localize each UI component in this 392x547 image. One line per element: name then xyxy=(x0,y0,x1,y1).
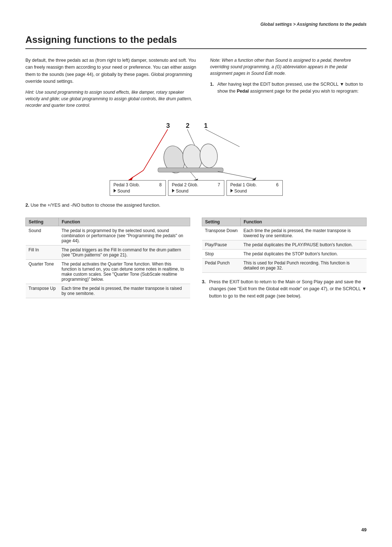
step2-area: 2. Use the +/YES and -/NO button to choo… xyxy=(25,202,367,209)
svg-text:2: 2 xyxy=(186,122,189,129)
step3-number: 3. xyxy=(202,279,207,300)
function-cell: The pedal triggers as the Fill In comman… xyxy=(58,245,190,259)
function-cell: The pedal is programmed by the selected … xyxy=(58,226,190,245)
table-row: Quarter ToneThe pedal activates the Quar… xyxy=(26,259,190,284)
svg-line-14 xyxy=(218,171,254,179)
pedal1-box: Pedal 1 Glob. 6 Sound xyxy=(226,180,283,196)
step2-content: Use the +/YES and -/NO button to choose … xyxy=(30,203,160,208)
table-row: Transpose DownEach time the pedal is pre… xyxy=(202,226,367,240)
svg-line-12 xyxy=(191,172,196,179)
left-table-header-setting: Setting xyxy=(26,218,59,226)
table-row: StopThe pedal duplicates the STOP button… xyxy=(202,249,367,258)
svg-text:3: 3 xyxy=(166,122,170,129)
pedal2-number: 7 xyxy=(218,182,220,187)
breadcrumb: Global settings > Assigning functions to… xyxy=(25,22,367,27)
intro-para1: By default, the three pedals act as (fro… xyxy=(25,57,199,85)
left-settings-table: Setting Function SoundThe pedal is progr… xyxy=(25,218,190,298)
step3: 3. Press the EXIT button to return to th… xyxy=(202,279,367,300)
function-cell: This is used for Pedal Punch recording. … xyxy=(241,258,367,272)
pedal1-label: Pedal 1 Glob. xyxy=(230,182,257,187)
tables-area: Setting Function SoundThe pedal is progr… xyxy=(25,215,367,304)
function-cell: Each time the pedal is pressed, the mast… xyxy=(241,226,367,240)
hint-text: Hint: Use sound programming to assign so… xyxy=(25,89,199,109)
table-row: SoundThe pedal is programmed by the sele… xyxy=(26,226,190,245)
svg-point-8 xyxy=(199,143,219,169)
step1: 1. After having kept the EDIT button pre… xyxy=(210,81,367,95)
page-number: 49 xyxy=(362,527,367,532)
step1-number: 1. xyxy=(210,81,215,95)
svg-text:1: 1 xyxy=(204,122,208,129)
right-settings-table: Setting Function Transpose DownEach time… xyxy=(202,218,367,273)
svg-rect-9 xyxy=(158,168,223,172)
step2-text: 2. Use the +/YES and -/NO button to choo… xyxy=(25,202,367,209)
note-text: Note: When a function other than Sound i… xyxy=(210,57,367,77)
setting-cell: Quarter Tone xyxy=(26,259,59,284)
left-table-container: Setting Function SoundThe pedal is progr… xyxy=(25,215,190,304)
step2-number: 2. xyxy=(25,202,29,208)
table-row: Pedal PunchThis is used for Pedal Punch … xyxy=(202,258,367,272)
pedal2-box: Pedal 2 Glob. 7 Sound xyxy=(168,180,224,196)
setting-cell: Sound xyxy=(26,226,59,245)
function-cell: The pedal duplicates the STOP button's f… xyxy=(241,249,367,258)
function-cell: The pedal duplicates the PLAY/PAUSE butt… xyxy=(241,240,367,249)
pedal1-number: 6 xyxy=(276,182,279,187)
setting-cell: Stop xyxy=(202,249,241,258)
setting-cell: Fill In xyxy=(26,245,59,259)
function-cell: Each time the pedal is pressed, the mast… xyxy=(58,284,190,298)
right-table-container: Setting Function Transpose DownEach time… xyxy=(202,215,367,304)
pedal3-label: Pedal 3 Glob. xyxy=(114,182,140,187)
pedal-diagram: 3 2 1 xyxy=(87,116,305,196)
table-row: Fill InThe pedal triggers as the Fill In… xyxy=(26,245,190,259)
pedal3-number: 8 xyxy=(159,182,162,187)
step1-text: After having kept the EDIT button presse… xyxy=(217,81,367,95)
page-title: Assigning functions to the pedals xyxy=(25,34,367,49)
pedal3-sound: Sound xyxy=(114,189,162,194)
step3-text: Press the EXIT button to return to the M… xyxy=(209,279,367,300)
pedal2-sound: Sound xyxy=(172,189,220,194)
setting-cell: Transpose Up xyxy=(26,284,59,298)
right-table-header-setting: Setting xyxy=(202,218,241,226)
setting-cell: Transpose Down xyxy=(202,226,241,240)
table-row: Transpose UpEach time the pedal is press… xyxy=(26,284,190,298)
pedal3-box: Pedal 3 Glob. 8 Sound xyxy=(110,180,166,196)
pedal2-label: Pedal 2 Glob. xyxy=(172,182,199,187)
pedal1-sound: Sound xyxy=(230,189,279,194)
setting-cell: Play/Pause xyxy=(202,240,241,249)
table-row: Play/PauseThe pedal duplicates the PLAY/… xyxy=(202,240,367,249)
left-table-header-function: Function xyxy=(58,218,190,226)
breadcrumb-text: Global settings > Assigning functions to… xyxy=(260,22,367,27)
setting-cell: Pedal Punch xyxy=(202,258,241,272)
right-table-header-function: Function xyxy=(241,218,367,226)
svg-line-3 xyxy=(143,129,168,170)
function-cell: The pedal activates the Quarter Tone fun… xyxy=(58,259,190,284)
